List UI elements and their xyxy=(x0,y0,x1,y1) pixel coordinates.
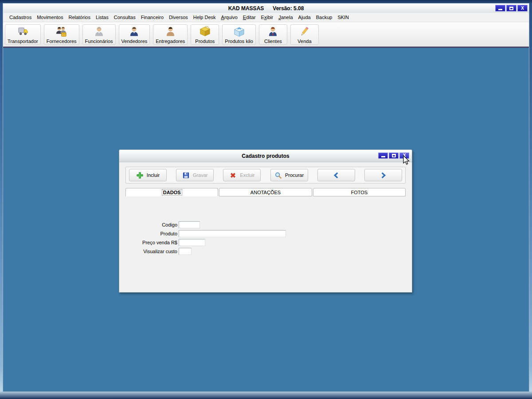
form-row-produto: Produto xyxy=(125,230,406,237)
form-row-visualizar-custo: Visualizar custo xyxy=(125,248,406,255)
minimize-button[interactable] xyxy=(495,5,505,12)
toolbar-label: Venda xyxy=(297,39,311,44)
close-button[interactable]: X xyxy=(517,5,528,12)
toolbar-button-fornecedores[interactable]: Fornecedores xyxy=(44,24,79,45)
gravar-button: Gravar xyxy=(176,169,214,181)
tab-label: FOTOS xyxy=(351,190,368,195)
toolbar-button-vendedores[interactable]: Vendedores xyxy=(119,24,150,45)
codigo-input[interactable] xyxy=(179,221,200,228)
toolbar-button-venda[interactable]: Venda xyxy=(290,24,319,45)
button-label: Gravar xyxy=(193,172,208,178)
tab-content-dados: Codigo Produto Preço venda R$ Visualizar… xyxy=(125,196,406,285)
dialog-minimize-button[interactable] xyxy=(378,153,388,159)
courier-icon xyxy=(164,26,176,38)
dialog-maximize-button[interactable] xyxy=(389,153,399,159)
button-label: Procurar xyxy=(285,172,304,178)
menu-diversos[interactable]: Diversos xyxy=(166,13,191,21)
menu-relatorios[interactable]: Relatórios xyxy=(66,13,93,21)
visualizar-custo-label: Visualizar custo xyxy=(125,249,179,254)
close-icon: X xyxy=(521,6,524,11)
client-icon xyxy=(267,26,279,38)
toolbar-label: Entregadores xyxy=(156,39,185,44)
main-titlebar: KAD MASSAS Versão: 5.08 X xyxy=(3,4,529,13)
app-name: KAD MASSAS xyxy=(228,5,264,12)
procurar-button[interactable]: Procurar xyxy=(270,169,308,181)
maximize-icon xyxy=(392,154,396,157)
tab-label: DADOS xyxy=(162,190,182,195)
truck-icon xyxy=(17,26,29,38)
tab-label: ANOTAÇÕES xyxy=(250,190,281,195)
menu-backup[interactable]: Backup xyxy=(313,13,335,21)
preco-venda-label: Preço venda R$ xyxy=(125,240,179,245)
dialog-tabs: DADOS ANOTAÇÕES FOTOS xyxy=(125,188,406,196)
menu-movimentos[interactable]: Movimentos xyxy=(34,13,66,21)
main-title: KAD MASSAS Versão: 5.08 xyxy=(228,5,304,12)
toolbar-button-produtos-kilo[interactable]: Produtos kilo xyxy=(222,24,256,45)
search-icon xyxy=(274,172,282,179)
salesperson-icon xyxy=(128,26,140,38)
toolbar-label: Transportador xyxy=(8,39,38,44)
codigo-label: Codigo xyxy=(125,222,179,227)
dialog-close-button[interactable]: X xyxy=(399,153,409,159)
pencil-icon xyxy=(298,26,310,38)
visualizar-custo-input[interactable] xyxy=(179,248,192,255)
menu-janela[interactable]: Janela xyxy=(276,13,295,21)
minimize-icon xyxy=(381,156,385,157)
toolbar-button-clientes[interactable]: Clientes xyxy=(259,24,287,45)
toolbar-button-funcionarios[interactable]: Funcionários xyxy=(82,24,116,45)
menu-cadastros[interactable]: Cadastros xyxy=(7,13,34,21)
produto-input[interactable] xyxy=(179,230,286,237)
toolbar-button-produtos[interactable]: Produtos xyxy=(191,24,219,45)
box-icon xyxy=(199,26,211,38)
dialog-titlebar[interactable]: Cadastro produtos X xyxy=(119,150,412,162)
preco-venda-input[interactable] xyxy=(179,239,205,246)
menu-help-desk[interactable]: Help Desk xyxy=(191,13,219,21)
dialog-title: Cadastro produtos xyxy=(242,153,289,159)
toolbar-label: Produtos kilo xyxy=(225,39,253,44)
maximize-button[interactable] xyxy=(506,5,516,12)
form-row-preco-venda: Preço venda R$ xyxy=(125,239,406,246)
save-icon xyxy=(182,172,190,179)
menu-arquivo[interactable]: Arquivo xyxy=(219,13,240,21)
toolbar-label: Produtos xyxy=(195,39,215,44)
menu-consultas[interactable]: Consultas xyxy=(111,13,138,21)
previous-record-button[interactable] xyxy=(317,169,355,181)
form-row-codigo: Codigo xyxy=(125,221,406,228)
menu-ajuda[interactable]: Ajuda xyxy=(296,13,313,21)
toolbar-label: Vendedores xyxy=(121,39,148,44)
tab-fotos[interactable]: FOTOS xyxy=(313,188,406,196)
toolbar-button-entregadores[interactable]: Entregadores xyxy=(153,24,188,45)
screen: KAD MASSAS Versão: 5.08 X Cadastros Movi… xyxy=(0,0,532,399)
menu-editar[interactable]: Editar xyxy=(240,13,258,21)
close-icon: X xyxy=(403,153,406,158)
button-label: Incluir xyxy=(147,172,160,178)
next-record-button[interactable] xyxy=(364,169,402,181)
cadastro-produtos-dialog: Cadastro produtos X Incluir xyxy=(119,149,412,293)
toolbar-label: Funcionários xyxy=(85,39,113,44)
plus-icon xyxy=(136,172,144,179)
suppliers-icon xyxy=(55,26,67,38)
menu-listas[interactable]: Listas xyxy=(93,13,111,21)
app-version: Versão: 5.08 xyxy=(273,5,304,12)
produto-label: Produto xyxy=(125,231,179,236)
maximize-icon xyxy=(509,7,513,10)
tab-dados[interactable]: DADOS xyxy=(125,188,218,196)
menu-bar: Cadastros Movimentos Relatórios Listas C… xyxy=(3,13,529,22)
menu-skin[interactable]: SKIN xyxy=(335,13,352,21)
main-window-controls: X xyxy=(495,5,528,12)
minimize-icon xyxy=(498,9,502,10)
chevron-right-icon xyxy=(380,172,387,179)
incluir-button[interactable]: Incluir xyxy=(129,169,167,181)
menu-financeiro[interactable]: Financeiro xyxy=(138,13,166,21)
delete-icon xyxy=(229,172,237,179)
dialog-button-panel: Incluir Gravar Excluir xyxy=(125,167,406,184)
menu-exibir[interactable]: Exibir xyxy=(258,13,276,21)
employee-icon xyxy=(93,26,105,38)
main-toolbar: Transportador Fornecedores xyxy=(3,22,529,47)
toolbar-button-transportador[interactable]: Transportador xyxy=(5,24,41,45)
chevron-left-icon xyxy=(333,172,340,179)
dialog-window-controls: X xyxy=(378,153,409,159)
button-label: Excluir xyxy=(240,172,254,178)
tab-anotacoes[interactable]: ANOTAÇÕES xyxy=(219,188,312,196)
toolbar-label: Clientes xyxy=(264,39,282,44)
